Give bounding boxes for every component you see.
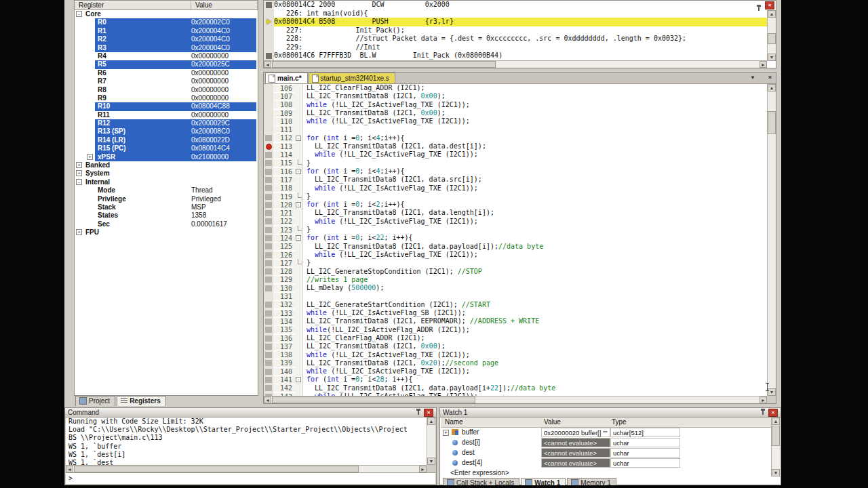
fold-margin[interactable] [295, 268, 303, 276]
fold-margin[interactable] [295, 142, 303, 150]
fold-margin[interactable] [295, 284, 303, 292]
breakpoint-margin[interactable] [264, 342, 273, 350]
disassembly-line[interactable]: 228: //struct Packet data = {.dest = 0xc… [264, 35, 776, 43]
disassembly-pin-button[interactable] [757, 1, 764, 14]
code-line[interactable]: 109LL_I2C_TransmitData8 (I2C1, 0x00); [264, 109, 767, 117]
watch-name[interactable]: dest[4] [462, 459, 482, 466]
watch-value-cell[interactable]: <cannot evaluate> [541, 438, 610, 447]
disassembly-line[interactable]: 0x080014C4 B508 PUSH {r3,lr} [264, 18, 776, 26]
fold-collapse-icon[interactable]: - [296, 235, 301, 241]
breakpoint-margin[interactable] [264, 268, 273, 276]
code-line[interactable]: 108while (!LL_I2C_IsActiveFlag_TXE (I2C1… [264, 101, 767, 109]
register-row[interactable]: -Internal [75, 178, 258, 186]
code-line[interactable]: 116-for (int i =0; i<4;i++){ [264, 167, 767, 176]
watch-name[interactable]: dest [462, 449, 475, 456]
disassembly-margin[interactable] [264, 35, 274, 43]
scroll-down-icon[interactable]: ▼ [768, 388, 776, 396]
expand-icon[interactable]: + [87, 154, 93, 160]
register-row[interactable]: R13 (SP)0x200008C0 [75, 127, 258, 136]
register-row[interactable]: ModeThread [75, 186, 258, 195]
disassembly-margin[interactable] [264, 1, 274, 9]
register-row[interactable]: R50x2000025C [75, 60, 258, 68]
disassembly-close-button[interactable]: × [765, 1, 774, 9]
fold-margin[interactable] [295, 150, 303, 159]
breakpoint-margin[interactable] [264, 292, 273, 300]
fold-margin[interactable] [295, 384, 303, 392]
fold-collapse-icon[interactable]: - [296, 202, 301, 207]
fold-margin[interactable] [295, 226, 303, 234]
code-line[interactable]: 106LL_I2C_ClearFlag_ADDR (I2C1); [264, 84, 767, 92]
command-pin-button[interactable] [416, 409, 424, 416]
register-row[interactable]: R60x00000000 [75, 69, 258, 77]
register-row[interactable]: R100x08004C88 [75, 102, 258, 110]
code-line[interactable]: 123} [264, 226, 767, 234]
code-line[interactable]: 140while (!LL_I2C_IsActiveFlag_TXE (I2C1… [264, 367, 767, 375]
scroll-right-icon[interactable]: ► [419, 466, 427, 472]
code-line[interactable]: 128LL_I2C_GenerateStopCondition (I2C1); … [264, 268, 767, 276]
code-line[interactable]: 139LL_I2C_TransmitData8 (I2C1, 0x20);//s… [264, 359, 767, 367]
tab-project[interactable]: Project [75, 396, 115, 406]
fold-margin[interactable] [295, 209, 303, 217]
register-row[interactable]: +Banked [75, 161, 258, 169]
expand-icon[interactable]: + [76, 162, 82, 168]
fold-margin[interactable] [295, 109, 303, 117]
editor-close-icon[interactable]: × [768, 74, 772, 81]
fold-margin[interactable] [295, 251, 303, 259]
code-line[interactable]: 127} [264, 259, 767, 267]
watch-row[interactable]: +buffer0x20000020 buffer[] ""uchar[512] [441, 428, 771, 438]
scroll-left-icon[interactable]: ◄ [66, 466, 73, 472]
disassembly-line[interactable]: 229: //Init [264, 43, 776, 52]
fold-margin[interactable] [295, 359, 303, 367]
register-row[interactable]: R80x00000000 [75, 86, 258, 94]
disassembly-vthumb[interactable] [768, 33, 776, 44]
register-row[interactable]: R20x200004C0 [75, 35, 258, 43]
code-line[interactable]: 110while (!LL_I2C_IsActiveFlag_TXE (I2C1… [264, 117, 767, 125]
watch-vthumb[interactable] [772, 426, 780, 446]
expand-icon[interactable]: + [76, 170, 82, 176]
expand-icon[interactable]: + [443, 430, 449, 436]
watch-row[interactable]: dest[4]<cannot evaluate>uchar [441, 458, 771, 468]
fold-margin[interactable] [295, 301, 303, 309]
command-vscrollbar[interactable]: ▲ ▼ [427, 418, 435, 465]
breakpoint-margin[interactable] [264, 192, 273, 201]
fold-margin[interactable] [295, 351, 303, 359]
register-row[interactable]: R30x200004C0 [75, 44, 258, 52]
watch-pin-button[interactable] [761, 409, 768, 416]
code-line[interactable]: 107LL_I2C_TransmitData8 (I2C1, 0x00); [264, 92, 767, 100]
fold-margin[interactable] [295, 92, 303, 100]
breakpoint-margin[interactable] [264, 276, 273, 284]
breakpoint-margin[interactable] [264, 142, 273, 150]
breakpoint-margin[interactable] [264, 101, 273, 109]
dock-tab[interactable]: Memory 1 [567, 478, 616, 485]
scroll-up-icon[interactable]: ▲ [427, 418, 435, 425]
breakpoint-margin[interactable] [264, 317, 273, 325]
breakpoint-margin[interactable] [264, 367, 273, 375]
code-line[interactable]: 134LL_I2C_TransmitData8 (I2C1, EEPROMADR… [264, 317, 767, 325]
disassembly-line[interactable]: 0x080014C6 F7FFFB3D BL.W Init_Pack (0x08… [264, 52, 776, 60]
fold-margin[interactable] [295, 184, 303, 192]
fold-margin[interactable] [295, 276, 303, 284]
command-output[interactable]: Running with Code Size Limit: 32KLoad "C… [66, 418, 427, 466]
breakpoint-icon[interactable] [266, 144, 272, 150]
register-row[interactable]: -Core [75, 10, 258, 18]
fold-margin[interactable] [295, 176, 303, 184]
register-row[interactable]: R10x200004C0 [75, 27, 258, 35]
watch-close-button[interactable]: × [768, 409, 778, 417]
fold-margin[interactable] [295, 326, 303, 334]
breakpoint-margin[interactable] [264, 176, 273, 184]
scroll-up-icon[interactable]: ▲ [772, 418, 780, 425]
code-line[interactable]: 141-for (int i =0; i<28; i++){ [264, 375, 767, 384]
scroll-right-icon[interactable]: ► [760, 396, 767, 403]
breakpoint-margin[interactable] [264, 109, 273, 117]
register-row[interactable]: R14 (LR)0x0800022D [75, 136, 258, 144]
code-line[interactable]: 115} [264, 159, 767, 167]
code-line[interactable]: 137LL_I2C_TransmitData8 (I2C1, 0x00); [264, 342, 767, 350]
code-line[interactable]: 114 while (!LL_I2C_IsActiveFlag_TXE (I2C… [264, 150, 767, 159]
scroll-down-icon[interactable]: ▼ [768, 54, 776, 61]
watch-row[interactable]: dest<cannot evaluate>uchar [441, 448, 771, 458]
expand-icon[interactable]: + [76, 229, 82, 235]
code-line[interactable]: 124-for (int i =0; i<22; i++){ [264, 234, 767, 242]
code-line[interactable]: 118 while (!LL_I2C_IsActiveFlag_TXE (I2C… [264, 184, 767, 192]
editor-vthumb[interactable] [768, 111, 776, 134]
code-line[interactable]: 119} [264, 192, 767, 201]
